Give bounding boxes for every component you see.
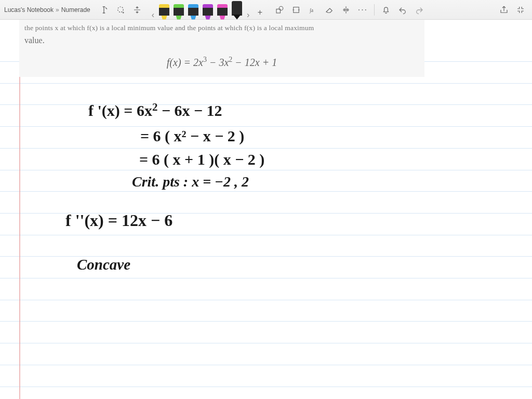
text-tool-button[interactable]: [97, 3, 111, 17]
ruler-icon: [341, 5, 351, 15]
pen-4[interactable]: [216, 4, 229, 20]
problem-snippet[interactable]: the points x at which f(x) is a local mi…: [19, 20, 424, 77]
pen-prev[interactable]: ‹: [150, 10, 156, 20]
fullscreen-button[interactable]: [513, 3, 528, 17]
toolbar: Lucas's Notebook » Numerade ‹ › + ∫a ···: [0, 0, 532, 20]
pen-0[interactable]: [157, 4, 171, 20]
bell-icon: [381, 5, 391, 15]
eraser-icon: [325, 5, 334, 15]
problem-text-line1: the points x at which f(x) is a local mi…: [24, 23, 419, 33]
ink-to-math-button[interactable]: ∫a: [305, 3, 320, 17]
toolbar-divider: [374, 4, 375, 16]
undo-icon: [398, 5, 407, 15]
pen-palette: ‹ › +: [150, 0, 268, 20]
more-button[interactable]: ···: [355, 3, 370, 17]
insert-space-button[interactable]: [130, 3, 144, 17]
problem-formula: f(x) = 2x3 − 3x2 − 12x + 1: [24, 55, 419, 70]
breadcrumb-notebook[interactable]: Lucas's Notebook: [4, 6, 54, 14]
shapes-icon: [275, 5, 284, 15]
problem-text-line2: value.: [24, 34, 419, 46]
notifications-button[interactable]: [379, 3, 393, 17]
handwriting-line: f '(x) = 6x2 − 6x − 12: [88, 102, 222, 119]
insert-space-icon: [132, 5, 142, 15]
redo-button[interactable]: [412, 3, 427, 17]
breadcrumb-separator: »: [56, 6, 59, 14]
ink-to-shape-button[interactable]: [289, 3, 303, 17]
handwriting-line: Concave: [77, 256, 130, 273]
pen-next[interactable]: ›: [245, 10, 251, 20]
redo-icon: [415, 5, 424, 15]
svg-text:∫a: ∫a: [309, 7, 314, 13]
share-icon: [499, 5, 509, 15]
shapes-button[interactable]: [272, 3, 287, 17]
undo-button[interactable]: [395, 3, 410, 17]
pen-3[interactable]: [201, 4, 215, 20]
breadcrumb-page[interactable]: Numerade: [61, 6, 90, 14]
share-button[interactable]: [497, 3, 511, 17]
note-canvas[interactable]: the points x at which f(x) is a local mi…: [0, 20, 532, 399]
ruler-button[interactable]: [339, 3, 353, 17]
lasso-select-button[interactable]: [113, 3, 128, 17]
pen-2[interactable]: [187, 4, 200, 20]
handwriting-line: Crit. pts : x = −2 , 2: [132, 174, 249, 190]
ink-math-icon: ∫a: [308, 5, 317, 15]
lasso-icon: [116, 5, 125, 15]
handwriting-line: f ''(x) = 12x − 6: [65, 211, 172, 230]
pen-5[interactable]: [230, 1, 244, 20]
svg-point-0: [117, 7, 123, 12]
svg-rect-3: [294, 7, 299, 12]
fullscreen-exit-icon: [516, 5, 525, 15]
pen-1[interactable]: [172, 4, 185, 20]
ellipsis-icon: ···: [358, 5, 368, 15]
handwriting-line: = 6 ( x + 1 )( x − 2 ): [139, 151, 264, 168]
plus-icon: +: [258, 8, 262, 17]
add-pen-button[interactable]: +: [252, 5, 267, 20]
ink-shape-icon: [291, 5, 301, 15]
handwriting-line: = 6 ( x² − x − 2 ): [140, 127, 244, 145]
eraser-button[interactable]: [322, 3, 337, 17]
svg-point-2: [280, 6, 284, 10]
breadcrumb[interactable]: Lucas's Notebook » Numerade: [4, 6, 90, 14]
text-cursor-icon: [99, 5, 109, 15]
